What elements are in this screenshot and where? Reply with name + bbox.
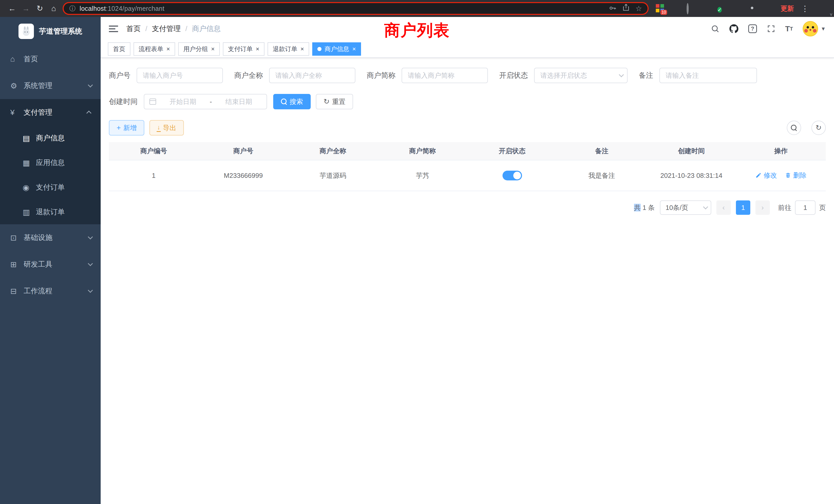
search-form-row-2: 创建时间 开始日期 - 结束日期 搜索 ↻ 重置 [109, 94, 826, 109]
chevron-down-icon[interactable]: ˅ [830, 12, 832, 18]
tab-label: 退款订单 [273, 45, 297, 53]
sidebar-item-refund-order[interactable]: ▥ 退款订单 [0, 200, 101, 224]
refresh-table-button[interactable]: ↻ [811, 121, 826, 135]
reset-button[interactable]: ↻ 重置 [316, 94, 353, 109]
tab-merchant-info[interactable]: 商户信息 × [312, 42, 361, 56]
tab-user-group[interactable]: 用户分组 × [178, 42, 220, 56]
chrome-update-button[interactable]: 更新 [781, 4, 794, 13]
breadcrumb-item[interactable]: 首页 [126, 24, 141, 33]
prev-page-button[interactable]: ‹ [717, 201, 731, 215]
sidebar-item-pay-order[interactable]: ◉ 支付订单 [0, 175, 101, 200]
close-icon[interactable]: × [211, 45, 215, 53]
edit-link-label: 修改 [764, 171, 777, 180]
help-icon[interactable]: ? [748, 24, 757, 33]
extension-check-icon[interactable]: ✓ [718, 7, 722, 13]
chevron-down-icon: ▼ [821, 26, 826, 32]
app-logo[interactable]: 芋道管理系统 [0, 17, 101, 46]
remark-input[interactable] [659, 68, 757, 83]
key-icon[interactable] [609, 4, 616, 13]
page-number-button[interactable]: 1 [736, 201, 750, 215]
status-toggle[interactable] [503, 171, 522, 180]
close-icon[interactable]: × [352, 45, 356, 53]
tab-refund-order[interactable]: 退款订单 × [267, 42, 309, 56]
github-icon[interactable] [729, 24, 739, 33]
sidebar-item-label: 退款订单 [36, 207, 65, 217]
short-name-input[interactable] [401, 68, 488, 83]
chevron-down-icon [88, 83, 93, 88]
browser-menu-icon[interactable]: ⋮ [801, 4, 809, 13]
reload-icon[interactable]: ↻ [33, 0, 47, 17]
toggle-search-button[interactable] [787, 121, 801, 135]
breadcrumb-separator: / [145, 25, 147, 33]
search-button[interactable]: 搜索 [273, 94, 311, 109]
field-label: 备注 [639, 71, 653, 80]
sidebar-item-label: 首页 [24, 54, 38, 64]
sidebar-item-home[interactable]: ⌂ 首页 [0, 46, 101, 72]
goto-label: 前往 [778, 203, 791, 212]
merchant-no-input[interactable] [137, 68, 223, 83]
page-size-select[interactable]: 10条/页 [660, 201, 711, 215]
sidebar-item-system[interactable]: ⚙ 系统管理 [0, 72, 101, 99]
close-icon[interactable]: × [167, 45, 170, 53]
sidebar-item-dev-tools[interactable]: ⊞ 研发工具 [0, 251, 101, 278]
refresh-icon: ↻ [815, 124, 821, 131]
edit-link[interactable]: 修改 [755, 171, 777, 180]
font-size-icon[interactable]: TT [785, 25, 793, 32]
field-label: 商户全称 [234, 71, 263, 80]
search-icon [281, 98, 287, 105]
hamburger-icon[interactable] [109, 25, 118, 33]
site-info-icon[interactable]: ⓘ [69, 4, 75, 13]
close-icon[interactable]: × [256, 45, 259, 53]
extension-dark-circle-icon[interactable] [687, 3, 689, 14]
breadcrumb: 首页 / 支付管理 / 商户信息 [126, 24, 221, 33]
back-icon[interactable]: ← [5, 0, 19, 17]
next-page-button[interactable]: › [755, 201, 770, 215]
sidebar-item-payment[interactable]: ¥ 支付管理 [0, 99, 101, 126]
tab-process-form[interactable]: 流程表单 × [133, 42, 175, 56]
sidebar-item-app-info[interactable]: ▦ 应用信息 [0, 151, 101, 175]
url-text[interactable]: localhost:1024/pay/merchant [80, 5, 605, 12]
plus-icon: + [116, 124, 121, 131]
sidebar-item-infrastructure[interactable]: ⊡ 基础设施 [0, 224, 101, 251]
breadcrumb-item[interactable]: 支付管理 [152, 24, 181, 33]
tab-pay-order[interactable]: 支付订单 × [223, 42, 264, 56]
sidebar-item-workflow[interactable]: ⊟ 工作流程 [0, 278, 101, 304]
tab-home[interactable]: 首页 [108, 42, 130, 56]
search-icon[interactable] [711, 24, 720, 33]
delete-link[interactable]: 删除 [785, 171, 807, 180]
sidebar: 芋道管理系统 ⌂ 首页 ⚙ 系统管理 ¥ 支付管理 ▤ 商户信息 [0, 17, 101, 504]
merchant-name-input[interactable] [269, 68, 355, 83]
tab-label: 用户分组 [183, 45, 208, 53]
user-menu[interactable]: ▼ [803, 21, 826, 37]
bookmark-star-icon[interactable]: ☆ [636, 4, 642, 13]
goto-page-input[interactable] [795, 201, 815, 215]
close-icon[interactable]: × [301, 45, 304, 53]
home-icon[interactable]: ⌂ [47, 0, 61, 17]
add-button-label: 新增 [123, 123, 137, 132]
status-select[interactable]: 请选择开启状态 [534, 68, 628, 83]
page-size-value: 10条/页 [665, 203, 688, 212]
sidebar-item-merchant-info[interactable]: ▤ 商户信息 [0, 126, 101, 151]
edit-icon [755, 172, 762, 178]
cell-merchant-id: 1 [109, 160, 198, 191]
forward-icon[interactable]: → [19, 0, 33, 17]
share-icon[interactable] [622, 4, 630, 13]
add-button[interactable]: + 新增 [109, 120, 144, 136]
fullscreen-icon[interactable] [767, 24, 775, 33]
create-time-range-picker[interactable]: 开始日期 - 结束日期 [144, 94, 267, 109]
cell-short-name: 芋艿 [378, 160, 467, 191]
address-bar[interactable]: ⓘ localhost:1024/pay/merchant ☆ [63, 2, 649, 15]
pagination-total: 共 1 条 [634, 203, 655, 212]
column-header: 商户编号 [109, 142, 198, 160]
tab-label: 首页 [113, 45, 125, 53]
extension-grid-icon[interactable]: 10 [656, 4, 664, 13]
column-header: 备注 [557, 142, 646, 160]
chevron-down-icon [88, 288, 93, 293]
sidebar-item-label: 工作流程 [24, 286, 52, 296]
page-content: 商户号 商户全称 商户简称 开启状态 请选择开启状态 [101, 58, 834, 504]
trash-icon [785, 172, 791, 178]
export-button[interactable]: ↓ 导出 [150, 120, 184, 136]
search-icon [791, 125, 797, 131]
chevron-down-icon [619, 72, 624, 77]
avatar [803, 21, 818, 37]
